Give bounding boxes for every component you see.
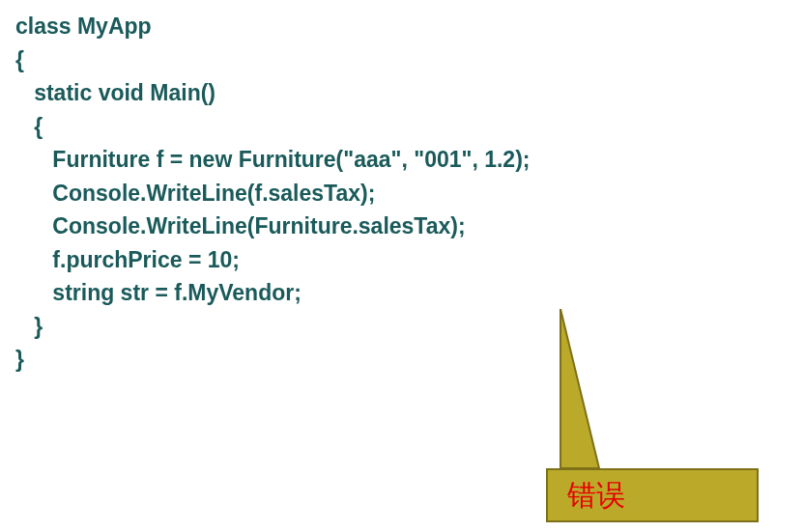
- code-line: Console.WriteLine(Furniture.salesTax);: [15, 213, 466, 238]
- code-line: static void Main(): [15, 80, 215, 105]
- code-line: }: [15, 347, 24, 372]
- code-line: Furniture f = new Furniture("aaa", "001"…: [15, 147, 530, 172]
- code-line: {: [15, 47, 24, 72]
- callout-label: 错误: [567, 476, 625, 516]
- code-line: class MyApp: [15, 14, 152, 39]
- code-line: Console.WriteLine(f.salesTax);: [15, 181, 375, 206]
- error-callout: 错误: [488, 309, 759, 526]
- code-line: f.purchPrice = 10;: [15, 247, 240, 272]
- code-line: }: [15, 314, 43, 339]
- svg-marker-0: [560, 309, 599, 468]
- code-line: {: [15, 114, 43, 139]
- code-line: string str = f.MyVendor;: [15, 280, 302, 305]
- callout-box: 错误: [546, 468, 759, 522]
